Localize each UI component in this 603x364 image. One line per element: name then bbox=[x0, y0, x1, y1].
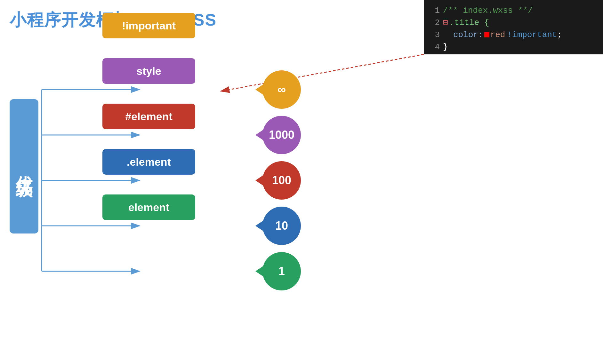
minus-icon: ⊟ bbox=[443, 17, 448, 29]
code-line-1: 1 /** index.wxss **/ bbox=[430, 4, 597, 17]
bubble-style: 1000 bbox=[262, 116, 301, 154]
bubble-element: 1 bbox=[262, 252, 301, 290]
code-value: red bbox=[490, 29, 505, 41]
bubble-important: ∞ bbox=[262, 70, 301, 109]
selector-element-id: #element bbox=[102, 104, 195, 129]
diagram-svg bbox=[0, 0, 603, 364]
color-swatch bbox=[484, 32, 489, 37]
selector-element-class: .element bbox=[102, 149, 195, 175]
selector-element: element bbox=[102, 194, 195, 220]
code-line-4: 4 } bbox=[430, 41, 597, 53]
line-number: 3 bbox=[430, 29, 440, 41]
code-selector: .title { bbox=[449, 17, 489, 29]
selector-important: !important bbox=[102, 13, 195, 38]
code-line-2: 2 ⊟ .title { bbox=[430, 17, 597, 29]
code-property: color: bbox=[453, 29, 483, 41]
line-number: 2 bbox=[430, 17, 440, 29]
priority-text: 优先级 bbox=[13, 162, 35, 170]
line-number: 1 bbox=[430, 4, 440, 17]
bubble-id: 100 bbox=[262, 161, 301, 200]
code-important: !important bbox=[507, 29, 557, 41]
code-comment: /** index.wxss **/ bbox=[443, 4, 533, 17]
svg-line-0 bbox=[221, 54, 424, 91]
code-panel: 1 /** index.wxss **/ 2 ⊟ .title { 3 colo… bbox=[424, 0, 603, 54]
bubble-class: 10 bbox=[262, 207, 301, 245]
code-line-3: 3 color: red !important ; bbox=[430, 29, 597, 41]
selector-style: style bbox=[102, 58, 195, 84]
code-semicolon: ; bbox=[557, 29, 562, 41]
priority-label: 优先级 bbox=[10, 99, 38, 233]
code-close-brace: } bbox=[443, 41, 448, 53]
line-number: 4 bbox=[430, 41, 440, 53]
